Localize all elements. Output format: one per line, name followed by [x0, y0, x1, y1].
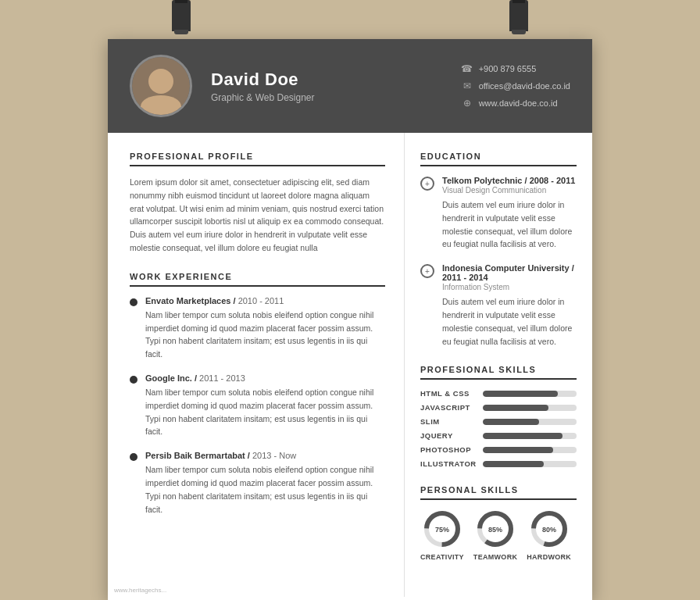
skill-label: JQUERY: [420, 431, 477, 440]
edu-icon-1: +: [420, 177, 434, 191]
person-title: Graphic & Web Designer: [211, 92, 443, 103]
name-block: David Doe Graphic & Web Designer: [211, 70, 443, 103]
phone-icon: ☎: [462, 63, 473, 74]
contact-email: ✉ offices@david-doe.co.id: [462, 80, 570, 91]
skill-item: JQUERY: [420, 431, 577, 440]
edu-item-2: + Indonesia Computer University / 2011 -…: [420, 263, 577, 348]
personal-skills-section: PERSONAL SKILLS 75% CREATIVITY 85% TEAMW…: [420, 485, 577, 561]
work-title-1: Envato Marketplaces / 2010 - 2011: [145, 296, 385, 305]
avatar-wrapper: [130, 55, 192, 117]
personal-skill-item: 75% CREATIVITY: [420, 509, 464, 561]
resume-header: David Doe Graphic & Web Designer ☎ +900 …: [108, 39, 592, 133]
skill-label: PHOTOSHOP: [420, 445, 477, 454]
personal-skills-container: 75% CREATIVITY 85% TEAMWORK 80%: [420, 509, 577, 561]
donut-label: TEAMWORK: [473, 553, 517, 561]
contact-website: ⊕ www.david-doe.co.id: [462, 98, 570, 109]
work-experience-title: WORK EXPERIENCE: [130, 272, 385, 287]
donut-wrapper: 85%: [476, 509, 515, 548]
skill-bar-bg: [483, 419, 577, 425]
education-section: EDUCATION + Telkom Polytechnic / 2008 - …: [420, 152, 577, 348]
svg-text:80%: 80%: [542, 526, 556, 534]
bullet-icon: [130, 376, 138, 384]
skill-item: ILLUSTRATOR: [420, 459, 577, 468]
edu-field-2: Information System: [442, 283, 577, 291]
edu-item-1: + Telkom Polytechnic / 2008 - 2011 Visua…: [420, 176, 577, 251]
profile-section: PROFESIONAL PROFILE Lorem ipsum dolor si…: [130, 152, 385, 255]
skill-bar-fill: [483, 419, 539, 425]
work-content-2: Google Inc. / 2011 - 2013 Nam liber temp…: [145, 373, 385, 438]
binder-clip-left: [172, 0, 191, 31]
skill-bar-bg: [483, 433, 577, 439]
donut-label: HARDWORK: [527, 553, 571, 561]
profile-title: PROFESIONAL PROFILE: [130, 152, 385, 166]
resume-body: PROFESIONAL PROFILE Lorem ipsum dolor si…: [108, 133, 592, 597]
avatar-person: [132, 55, 190, 117]
edu-school-2: Indonesia Computer University / 2011 - 2…: [442, 263, 577, 282]
skill-bar-fill: [483, 391, 558, 397]
bullet-icon: [130, 298, 138, 306]
skill-item: HTML & CSS: [420, 389, 577, 398]
skill-label: ILLUSTRATOR: [420, 459, 477, 468]
edu-content-1: Telkom Polytechnic / 2008 - 2011 Visual …: [442, 176, 577, 251]
edu-content-2: Indonesia Computer University / 2011 - 2…: [442, 263, 577, 348]
profile-text: Lorem ipsum dolor sit amet, consectetuer…: [130, 176, 385, 255]
avatar: [130, 55, 192, 117]
work-text-2: Nam liber tempor cum soluta nobis eleife…: [145, 386, 385, 438]
skills-section: PROFESIONAL SKILLS HTML & CSS JAVASCRIPT…: [420, 365, 577, 468]
bullet-icon: [130, 453, 138, 461]
contact-phone: ☎ +900 879 6555: [462, 63, 570, 74]
skill-bar-bg: [483, 391, 577, 397]
skill-bar-fill: [483, 405, 548, 411]
skill-label: HTML & CSS: [420, 389, 477, 398]
education-title: EDUCATION: [420, 152, 577, 166]
edu-icon-2: +: [420, 264, 434, 278]
globe-icon: ⊕: [462, 98, 473, 109]
donut-wrapper: 80%: [530, 509, 569, 548]
avatar-body: [141, 95, 181, 117]
donut-wrapper: 75%: [423, 509, 462, 548]
work-content-3: Persib Baik Bermartabat / 2013 - Now Nam…: [145, 451, 385, 516]
left-column: PROFESIONAL PROFILE Lorem ipsum dolor si…: [108, 133, 405, 597]
work-title-3: Persib Baik Bermartabat / 2013 - Now: [145, 451, 385, 460]
personal-skill-item: 80% HARDWORK: [527, 509, 571, 561]
personal-skill-item: 85% TEAMWORK: [473, 509, 517, 561]
work-item-2: Google Inc. / 2011 - 2013 Nam liber temp…: [130, 373, 385, 438]
contact-block: ☎ +900 879 6555 ✉ offices@david-doe.co.i…: [462, 63, 570, 109]
skill-bar-fill: [483, 461, 544, 467]
person-name: David Doe: [211, 70, 443, 90]
work-text-1: Nam liber tempor cum soluta nobis eleife…: [145, 309, 385, 361]
skill-bar-fill: [483, 447, 553, 453]
work-experience-section: WORK EXPERIENCE Envato Marketplaces / 20…: [130, 272, 385, 516]
binder-clip-right: [509, 0, 528, 31]
avatar-head: [148, 69, 173, 94]
watermark: www.heritagechs...: [114, 587, 166, 594]
skills-container: HTML & CSS JAVASCRIPT SLIM JQUERY PHOTOS…: [420, 389, 577, 468]
edu-field-1: Visual Design Communication: [442, 186, 577, 195]
work-content-1: Envato Marketplaces / 2010 - 2011 Nam li…: [145, 296, 385, 361]
skill-item: PHOTOSHOP: [420, 445, 577, 454]
skill-bar-bg: [483, 405, 577, 411]
skill-bar-fill: [483, 433, 562, 439]
resume-card: David Doe Graphic & Web Designer ☎ +900 …: [108, 39, 592, 600]
personal-skills-title: PERSONAL SKILLS: [420, 485, 577, 500]
skill-item: JAVASCRIPT: [420, 403, 577, 412]
skill-item: SLIM: [420, 417, 577, 426]
work-text-3: Nam liber tempor cum soluta nobis eleife…: [145, 463, 385, 516]
email-icon: ✉: [462, 80, 473, 91]
edu-text-1: Duis autem vel eum iriure dolor in hendr…: [442, 198, 577, 251]
edu-text-2: Duis autem vel eum iriure dolor in hendr…: [442, 295, 577, 348]
work-title-2: Google Inc. / 2011 - 2013: [145, 373, 385, 383]
edu-school-1: Telkom Polytechnic / 2008 - 2011: [442, 176, 577, 185]
work-item-3: Persib Baik Bermartabat / 2013 - Now Nam…: [130, 451, 385, 516]
skill-label: JAVASCRIPT: [420, 403, 477, 412]
right-column: EDUCATION + Telkom Polytechnic / 2008 - …: [405, 133, 592, 597]
svg-text:85%: 85%: [488, 526, 502, 534]
skill-label: SLIM: [420, 417, 477, 426]
work-item-1: Envato Marketplaces / 2010 - 2011 Nam li…: [130, 296, 385, 361]
page-wrapper: David Doe Graphic & Web Designer ☎ +900 …: [0, 0, 700, 600]
skill-bar-bg: [483, 447, 577, 453]
skills-title: PROFESIONAL SKILLS: [420, 365, 577, 380]
skill-bar-bg: [483, 461, 577, 467]
svg-text:75%: 75%: [435, 526, 449, 534]
donut-label: CREATIVITY: [420, 553, 464, 561]
